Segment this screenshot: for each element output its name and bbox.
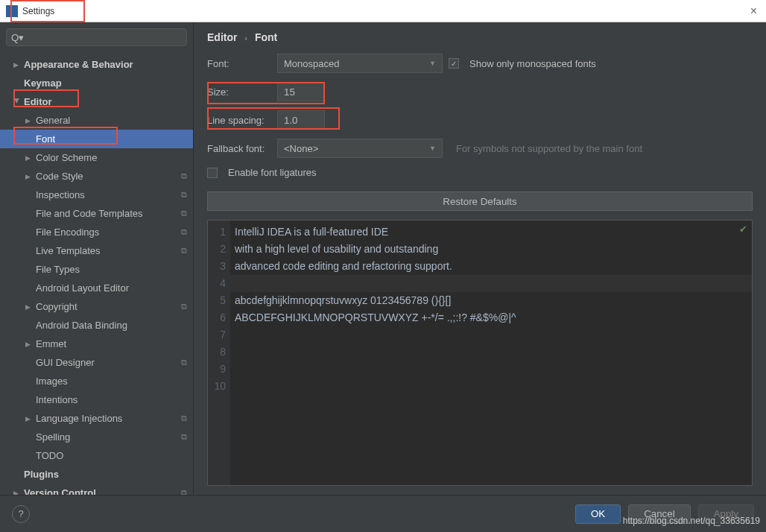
arrow-icon: ▶ [25,415,33,422]
tree-item-label: Language Injections [36,413,178,424]
tree-item-gui-designer[interactable]: GUI Designer⧉ [0,353,193,372]
tree-item-label: Plugins [24,469,187,480]
tree-item-label: Font [36,133,187,145]
tree-item-live-templates[interactable]: Live Templates⧉ [0,241,193,260]
sidebar: ▶Appearance & BehaviorKeymap▶Editor▶Gene… [0,22,194,495]
copy-icon: ⧉ [181,190,187,200]
mono-checkbox[interactable]: ✓ [449,58,459,69]
tree-item-label: Intentions [36,394,187,405]
tree-item-label: Appearance & Behavior [24,59,187,70]
tree-item-keymap[interactable]: Keymap [0,74,193,92]
size-label: Size: [207,86,271,98]
copy-icon: ⧉ [181,209,187,218]
help-button[interactable]: ? [12,505,30,523]
breadcrumb: Editor › Font [207,31,753,43]
copy-icon: ⧉ [181,171,187,181]
tree-item-file-and-code-templates[interactable]: File and Code Templates⧉ [0,204,193,223]
preview-gutter: 12345678910 [208,221,230,485]
tree-item-label: Spelling [36,431,178,443]
tree-item-color-scheme[interactable]: ▶Color Scheme [0,148,193,167]
copy-icon: ⧉ [181,227,187,237]
tree-item-language-injections[interactable]: ▶Language Injections⧉ [0,409,193,428]
copy-icon: ⧉ [181,432,187,442]
tree-item-todo[interactable]: TODO [0,446,193,465]
tree-item-label: GUI Designer [36,357,178,368]
content-panel: Editor › Font Font: Monospaced ▼ ✓ Show … [194,22,766,495]
tree-item-plugins[interactable]: Plugins [0,465,193,484]
checkmark-icon: ✔ [739,224,747,235]
fallback-hint: For symbols not supported by the main fo… [456,143,642,154]
tree-item-android-layout-editor[interactable]: Android Layout Editor [0,279,193,297]
close-icon[interactable]: × [747,4,760,18]
arrow-icon: ▶ [13,490,21,495]
breadcrumb-root: Editor [207,31,237,43]
tree-item-images[interactable]: Images [0,372,193,390]
font-select-value: Monospaced [284,58,339,69]
tree-item-label: Editor [24,96,187,107]
arrow-icon: ▶ [13,98,21,106]
tree-item-label: Android Data Binding [36,320,187,331]
tree-item-copyright[interactable]: ▶Copyright⧉ [0,297,193,316]
footer: ? OK Cancel Apply [0,495,766,532]
tree-item-code-style[interactable]: ▶Code Style⧉ [0,167,193,186]
settings-tree: ▶Appearance & BehaviorKeymap▶Editor▶Gene… [0,52,193,495]
tree-item-label: Copyright [36,301,178,312]
tree-item-editor[interactable]: ▶Editor [0,92,193,111]
copy-icon: ⧉ [181,358,187,367]
arrow-icon: ▶ [13,61,21,69]
tree-item-label: Color Scheme [36,152,187,163]
tree-item-label: General [36,115,187,126]
font-label: Font: [207,58,271,69]
tree-item-spelling[interactable]: Spelling⧉ [0,428,193,446]
preview-code: IntelliJ IDEA is a full-featured IDE wit… [230,221,752,398]
chevron-right-icon: › [244,34,247,42]
tree-item-label: Inspections [36,189,178,200]
ok-button[interactable]: OK [575,504,621,524]
tree-item-android-data-binding[interactable]: Android Data Binding [0,316,193,335]
arrow-icon: ▶ [25,341,33,348]
mono-checkbox-label: Show only monospaced fonts [469,58,596,69]
restore-defaults-button[interactable]: Restore Defaults [207,191,753,211]
window-title: Settings [22,6,747,16]
fallback-select-value: <None> [284,143,318,154]
tree-item-version-control[interactable]: ▶Version Control⧉ [0,484,193,495]
copy-icon: ⧉ [181,246,187,256]
app-icon [6,5,18,17]
search-input[interactable] [6,28,187,46]
arrow-icon: ▶ [25,154,33,162]
tree-item-label: Emmet [36,338,187,349]
tree-item-inspections[interactable]: Inspections⧉ [0,186,193,204]
tree-item-label: Live Templates [36,245,178,256]
arrow-icon: ▶ [25,173,33,180]
line-spacing-label: Line spacing: [207,115,271,126]
breadcrumb-leaf: Font [255,31,277,43]
tree-item-emmet[interactable]: ▶Emmet [0,335,193,353]
tree-item-label: File Types [36,264,187,275]
arrow-icon: ▶ [25,303,33,311]
tree-item-label: File Encodings [36,227,178,238]
tree-item-font[interactable]: Font [0,130,193,148]
tree-item-appearance-behavior[interactable]: ▶Appearance & Behavior [0,55,193,74]
arrow-icon: ▶ [25,117,33,124]
fallback-label: Fallback font: [207,143,271,154]
copy-icon: ⧉ [181,302,187,311]
tree-item-intentions[interactable]: Intentions [0,390,193,409]
copy-icon: ⧉ [181,488,187,495]
ligatures-checkbox[interactable] [207,168,218,178]
fallback-select[interactable]: <None> ▼ [277,139,443,158]
tree-item-file-encodings[interactable]: File Encodings⧉ [0,223,193,241]
titlebar: Settings × [0,0,766,22]
tree-item-label: Keymap [24,77,187,89]
watermark: https://blog.csdn.net/qq_33635619 [623,516,760,526]
font-select[interactable]: Monospaced ▼ [277,54,443,73]
tree-item-label: File and Code Templates [36,208,178,219]
ligatures-checkbox-label: Enable font ligatures [228,167,317,178]
font-preview: 12345678910 IntelliJ IDEA is a full-feat… [207,220,753,486]
size-input[interactable] [277,82,325,101]
copy-icon: ⧉ [181,414,187,423]
tree-item-general[interactable]: ▶General [0,111,193,130]
tree-item-label: Version Control [24,487,178,495]
tree-item-label: Android Layout Editor [36,282,187,294]
tree-item-file-types[interactable]: File Types [0,260,193,279]
line-spacing-input[interactable] [277,110,325,130]
